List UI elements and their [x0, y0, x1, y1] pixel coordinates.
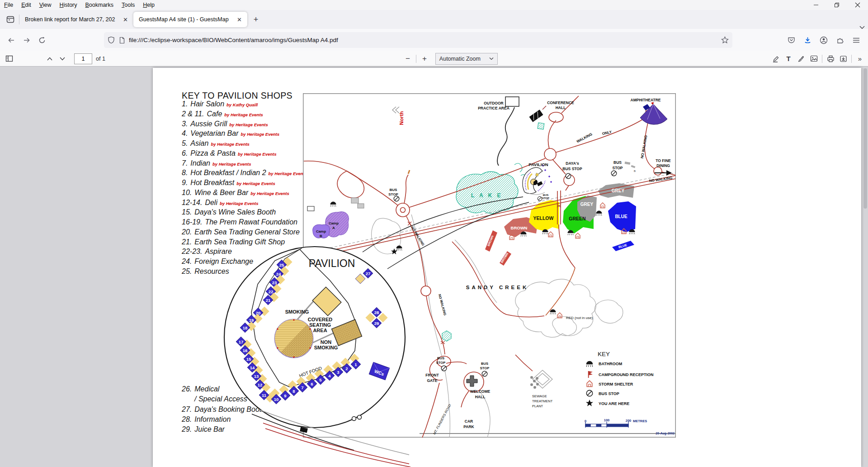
pocket-button[interactable]: [783, 33, 799, 48]
minimize-button[interactable]: [806, 0, 826, 10]
extensions-button[interactable]: [832, 33, 848, 48]
forward-icon: [23, 37, 30, 44]
new-tab-button[interactable]: +: [249, 13, 263, 26]
navbar-right-icons: [783, 32, 864, 48]
reload-button[interactable]: [34, 33, 50, 48]
covered-seating-label: SEATING: [309, 322, 331, 328]
stall-number: 9: [284, 393, 286, 398]
pavilion-title: PAVILION: [309, 257, 355, 269]
zoom-level-value: Automatic Zoom: [439, 56, 481, 62]
stall-number: 15: [246, 357, 251, 362]
save-button[interactable]: [837, 53, 849, 65]
chevron-down-icon: [60, 57, 65, 61]
back-icon: [8, 37, 15, 44]
stall-number: 12: [258, 382, 263, 387]
zoom-in-button[interactable]: +: [418, 53, 431, 65]
text-button[interactable]: T: [782, 53, 795, 65]
stall-number: 6: [311, 381, 313, 386]
toolbar-separator: [851, 55, 852, 63]
toolbar-separator: [416, 55, 416, 63]
add-image-button[interactable]: [807, 53, 820, 65]
menu-tools[interactable]: Tools: [118, 1, 139, 9]
railway-hut: [300, 427, 308, 433]
tab-close-icon[interactable]: ✕: [121, 16, 130, 24]
pdf-page: KEY TO PAVILION SHOPS 1.Hair Salonby Kat…: [153, 68, 861, 467]
menu-edit[interactable]: Edit: [17, 1, 35, 9]
menu-file[interactable]: File: [0, 1, 17, 9]
minimize-icon: [813, 2, 819, 8]
account-button[interactable]: [816, 33, 832, 48]
stall-number: 14: [250, 365, 255, 370]
bookmark-star-icon[interactable]: [721, 36, 729, 44]
forward-button[interactable]: [19, 33, 34, 48]
tab-guestsmap-active[interactable]: GuestsMap A4 site (1) - GuestsMap ✕: [133, 12, 247, 27]
pdf-viewer[interactable]: KEY TO PAVILION SHOPS 1.Hair Salonby Kat…: [0, 67, 868, 467]
menu-button[interactable]: [848, 33, 864, 48]
stall-number: 28: [374, 310, 379, 315]
draw-button[interactable]: [795, 53, 807, 65]
stall-number: 2: [345, 366, 348, 371]
url-text[interactable]: file:///C:/eclipse-workspace/BIO/WebCont…: [129, 37, 721, 43]
tab-close-icon[interactable]: ✕: [235, 16, 244, 24]
previous-page-button[interactable]: [43, 53, 56, 65]
highlight-button[interactable]: [769, 53, 782, 65]
page-number-input[interactable]: [74, 53, 92, 64]
stall-number: 29: [374, 321, 379, 326]
menu-help[interactable]: Help: [139, 1, 159, 9]
menu-history[interactable]: History: [56, 1, 81, 9]
close-button[interactable]: [847, 0, 868, 10]
firefox-view-icon: [6, 16, 14, 23]
download-icon: [804, 37, 811, 44]
navigation-toolbar: file:///C:/eclipse-workspace/BIO/WebCont…: [0, 29, 868, 52]
more-tools-button[interactable]: »: [854, 53, 866, 65]
document-icon: [119, 37, 125, 44]
leader-lines: [363, 197, 529, 269]
reload-icon: [38, 37, 46, 44]
menu-items: FileEditViewHistoryBookmarksToolsHelp: [0, 1, 159, 9]
scrollbar-thumb[interactable]: [863, 68, 867, 209]
print-button[interactable]: [824, 53, 837, 65]
next-page-button[interactable]: [56, 53, 69, 65]
pdf-toolbar-right: T »: [769, 53, 866, 65]
tab-broken-link-report[interactable]: Broken link report for March 27, 202 ✕: [19, 12, 133, 27]
smoking-label: SMOKING: [285, 309, 309, 315]
page-count-label: of 1: [96, 56, 105, 62]
tab-bar: Broken link report for March 27, 202 ✕ G…: [0, 10, 868, 29]
viewer-scrollbar[interactable]: [863, 67, 868, 466]
stall-number: 8: [292, 389, 295, 394]
restore-icon: [834, 2, 840, 8]
stall-number: 5: [319, 377, 322, 382]
stall-number: 13: [254, 374, 259, 379]
stall-number: 4: [328, 373, 331, 378]
non-smoking-label: SMOKING: [314, 345, 338, 350]
toggle-sidebar-button[interactable]: [3, 53, 15, 65]
downloads-button[interactable]: [799, 33, 816, 48]
zoom-out-button[interactable]: −: [401, 53, 414, 65]
stall-number: 25: [279, 262, 284, 267]
printer-icon: [827, 55, 835, 62]
image-icon: [810, 55, 818, 62]
window-controls: [806, 0, 868, 10]
menu-bookmarks[interactable]: Bookmarks: [81, 1, 118, 9]
pocket-icon: [788, 37, 795, 44]
hamburger-icon: [853, 37, 860, 43]
url-bar[interactable]: file:///C:/eclipse-workspace/BIO/WebCont…: [104, 32, 732, 48]
puzzle-icon: [836, 36, 844, 44]
stall-number: 18: [243, 325, 248, 330]
stall-number: 22: [269, 289, 274, 294]
account-icon: [820, 36, 828, 44]
tab-label: GuestsMap A4 site (1) - GuestsMap: [139, 16, 231, 23]
restore-button[interactable]: [826, 0, 847, 10]
firefox-view-button[interactable]: [4, 12, 17, 27]
toolbar-separator: [822, 55, 822, 63]
menu-view[interactable]: View: [35, 1, 56, 9]
chevron-down-icon: [489, 57, 494, 60]
sidebar-icon: [5, 55, 13, 62]
stall-number: 17: [239, 339, 244, 344]
stall-number: 16: [243, 348, 248, 353]
stall-number: 27: [366, 271, 371, 276]
firefox-window: FileEditViewHistoryBookmarksToolsHelp Br…: [0, 0, 868, 467]
back-button[interactable]: [4, 33, 19, 48]
zoom-level-select[interactable]: Automatic Zoom: [435, 53, 498, 65]
save-download-icon: [840, 55, 847, 62]
